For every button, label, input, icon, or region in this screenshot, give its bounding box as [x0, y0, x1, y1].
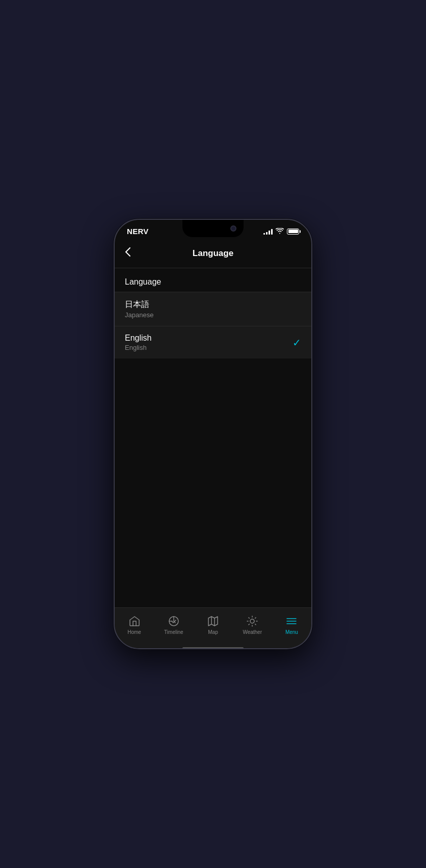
language-name-japanese: 日本語: [125, 299, 153, 310]
svg-line-7: [255, 624, 256, 625]
signal-icon: [263, 228, 273, 235]
weather-icon: [246, 615, 258, 627]
svg-line-9: [255, 618, 256, 618]
language-info-japanese: 日本語 Japanese: [125, 299, 153, 319]
selected-checkmark: ✓: [292, 337, 301, 349]
nav-header: Language: [115, 239, 311, 268]
section-header: Language: [115, 268, 311, 292]
tab-home[interactable]: Home: [115, 612, 154, 638]
status-icons: [263, 227, 299, 236]
map-icon: [207, 615, 219, 627]
language-info-english: English English: [125, 334, 151, 351]
tab-menu[interactable]: Menu: [272, 612, 311, 638]
timeline-icon: [168, 615, 180, 627]
carrier-label: NERV: [127, 227, 149, 236]
screen: NERV: [115, 220, 311, 648]
language-list: 日本語 Japanese English English ✓: [115, 292, 311, 359]
tab-weather[interactable]: Weather: [233, 612, 272, 638]
svg-point-1: [250, 619, 254, 623]
language-item-english[interactable]: English English ✓: [115, 326, 311, 359]
tab-timeline[interactable]: Timeline: [154, 612, 193, 638]
wifi-icon: [276, 227, 284, 236]
language-native-english: English: [125, 344, 151, 351]
camera-dot: [230, 225, 236, 232]
tab-weather-label: Weather: [243, 629, 262, 635]
home-icon: [128, 615, 141, 627]
tab-map[interactable]: Map: [193, 612, 232, 638]
language-native-japanese: Japanese: [125, 311, 153, 319]
tab-timeline-label: Timeline: [164, 629, 183, 635]
language-item-japanese[interactable]: 日本語 Japanese: [115, 292, 311, 326]
battery-icon: [287, 228, 299, 235]
svg-line-8: [249, 624, 249, 625]
page-title: Language: [193, 248, 233, 259]
language-name-english: English: [125, 334, 151, 343]
back-button[interactable]: [125, 245, 135, 262]
menu-icon: [285, 615, 298, 627]
tab-menu-label: Menu: [285, 629, 298, 635]
tab-bar: Home Timeline Map: [115, 607, 311, 648]
content-area: Language 日本語 Japanese English English: [115, 268, 311, 607]
phone-frame: NERV: [114, 219, 312, 649]
status-bar: NERV: [115, 220, 311, 239]
notch: [182, 220, 244, 237]
tab-home-label: Home: [127, 629, 141, 635]
home-bar: [182, 647, 244, 648]
tab-map-label: Map: [208, 629, 218, 635]
svg-line-6: [249, 618, 249, 618]
